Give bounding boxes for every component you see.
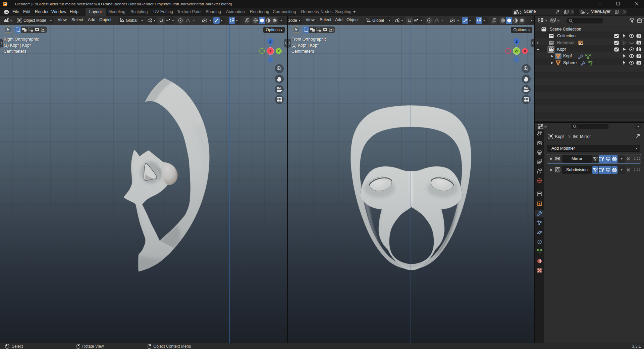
svg-text:Y: Y [278, 49, 280, 53]
svg-text:X: X [524, 49, 526, 53]
svg-text:-Y: -Y [515, 49, 518, 53]
svg-text:X: X [269, 49, 272, 53]
svg-text:Z: Z [269, 40, 271, 43]
svg-text:Z: Z [516, 40, 518, 43]
